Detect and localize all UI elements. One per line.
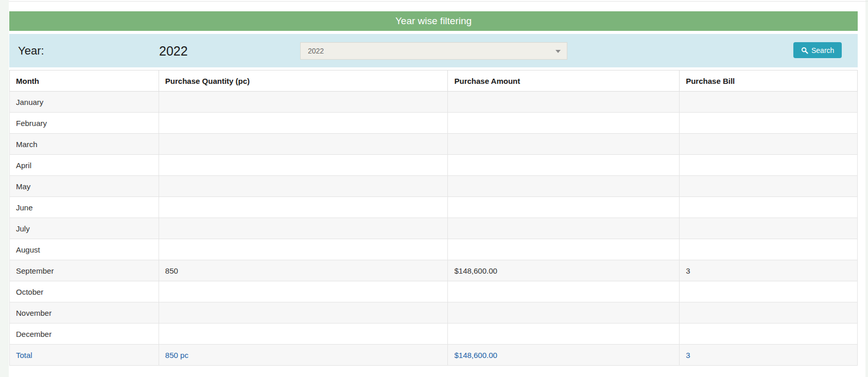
quantity-cell (159, 176, 448, 197)
bill-cell (680, 134, 858, 155)
amount-cell (448, 218, 680, 239)
table-row: August (10, 239, 858, 260)
amount-cell (448, 92, 680, 113)
bill-cell (680, 302, 858, 324)
month-cell: January (10, 92, 159, 113)
month-cell: May (10, 176, 159, 197)
bill-cell (680, 176, 858, 197)
table-row: January (10, 92, 858, 113)
page-title: Year wise filtering (395, 15, 472, 27)
amount-cell (448, 324, 680, 345)
column-header-quantity: Purchase Quantity (pc) (159, 70, 448, 92)
amount-cell: $148,600.00 (448, 260, 680, 281)
bill-cell (680, 218, 858, 239)
total-amount-link[interactable]: $148,600.00 (454, 351, 497, 360)
bill-cell (680, 197, 858, 218)
column-header-month: Month (10, 70, 159, 92)
bill-cell (680, 155, 858, 176)
total-bill-link[interactable]: 3 (686, 351, 690, 360)
table-row: June (10, 197, 858, 218)
total-label-cell: Total (10, 345, 159, 366)
quantity-cell (159, 324, 448, 345)
table-row: December (10, 324, 858, 345)
table-row: April (10, 155, 858, 176)
table-row: September 850 $148,600.00 3 (10, 260, 858, 281)
quantity-cell (159, 134, 448, 155)
quantity-cell (159, 92, 448, 113)
amount-cell (448, 113, 680, 134)
table-row: May (10, 176, 858, 197)
quantity-cell (159, 281, 448, 302)
quantity-cell (159, 197, 448, 218)
column-header-bill: Purchase Bill (680, 70, 858, 92)
table-row: November (10, 302, 858, 324)
top-divider (9, 1, 868, 2)
amount-cell (448, 134, 680, 155)
table-row: July (10, 218, 858, 239)
bill-cell (680, 92, 858, 113)
table-header-row: Month Purchase Quantity (pc) Purchase Am… (10, 70, 858, 92)
table-row: February (10, 113, 858, 134)
filter-bar: Year: 2022 2022 Search (9, 34, 858, 67)
quantity-cell (159, 302, 448, 324)
bill-cell (680, 324, 858, 345)
amount-cell (448, 302, 680, 324)
month-cell: December (10, 324, 159, 345)
main-content: Year wise filtering Year: 2022 2022 Sear… (9, 11, 858, 366)
search-button[interactable]: Search (793, 42, 842, 58)
quantity-cell (159, 239, 448, 260)
amount-cell (448, 155, 680, 176)
year-select[interactable]: 2022 (300, 42, 567, 60)
chevron-down-icon (555, 50, 561, 53)
month-cell: June (10, 197, 159, 218)
total-amount-cell: $148,600.00 (448, 345, 680, 366)
amount-cell (448, 176, 680, 197)
page-right-margin (865, 0, 868, 377)
month-cell: April (10, 155, 159, 176)
year-select-value: 2022 (308, 47, 324, 55)
page-left-margin (0, 0, 9, 377)
total-quantity-link[interactable]: 850 pc (165, 351, 188, 360)
page-title-bar: Year wise filtering (9, 11, 858, 31)
month-cell: September (10, 260, 159, 281)
table-row: October (10, 281, 858, 302)
bill-cell (680, 281, 858, 302)
month-cell: August (10, 239, 159, 260)
amount-cell (448, 197, 680, 218)
amount-cell (448, 239, 680, 260)
total-quantity-cell: 850 pc (159, 345, 448, 366)
total-bill-cell: 3 (680, 345, 858, 366)
search-icon (801, 47, 808, 54)
quantity-cell (159, 218, 448, 239)
monthly-purchase-table: Month Purchase Quantity (pc) Purchase Am… (9, 70, 858, 366)
bill-cell (680, 113, 858, 134)
month-cell: October (10, 281, 159, 302)
total-label-link[interactable]: Total (16, 351, 32, 360)
amount-cell (448, 281, 680, 302)
month-cell: February (10, 113, 159, 134)
quantity-cell: 850 (159, 260, 448, 281)
column-header-amount: Purchase Amount (448, 70, 680, 92)
search-button-label: Search (811, 46, 834, 55)
quantity-cell (159, 113, 448, 134)
year-value: 2022 (159, 43, 188, 58)
month-cell: July (10, 218, 159, 239)
year-label: Year: (18, 44, 44, 58)
month-cell: March (10, 134, 159, 155)
bill-cell: 3 (680, 260, 858, 281)
table-row: March (10, 134, 858, 155)
quantity-cell (159, 155, 448, 176)
month-cell: November (10, 302, 159, 324)
bill-cell (680, 239, 858, 260)
table-total-row: Total 850 pc $148,600.00 3 (10, 345, 858, 366)
